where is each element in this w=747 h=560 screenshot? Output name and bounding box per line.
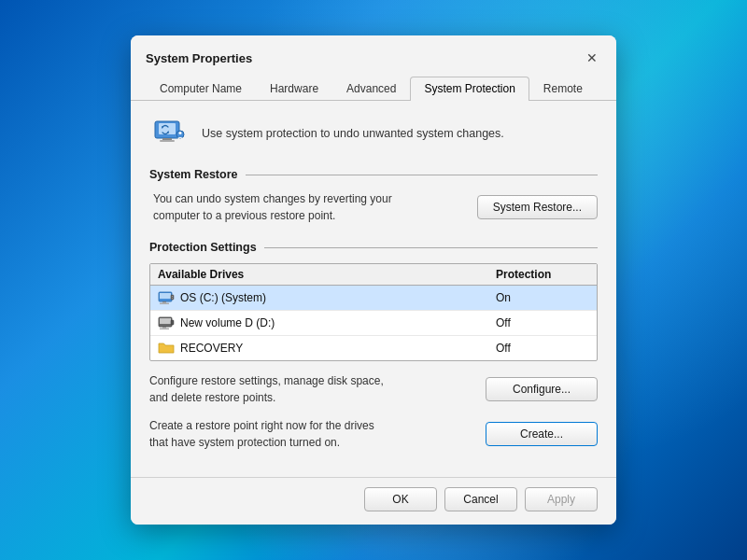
system-protection-icon [149,114,190,155]
svg-rect-18 [160,329,169,330]
create-row: Create a restore point right now for the… [149,417,598,451]
drive-protection-new-volume-d: Off [496,316,589,329]
system-properties-dialog: System Properties ✕ Computer Name Hardwa… [131,35,616,525]
title-bar: System Properties ✕ [131,35,616,71]
svg-rect-12 [171,295,174,300]
header-section: Use system protection to undo unwanted s… [149,114,598,155]
drive-name-os-c: OS (C:) (System) [158,289,496,306]
configure-description: Configure restore settings, manage disk … [149,372,392,406]
close-button[interactable]: ✕ [579,45,605,71]
svg-point-14 [172,298,173,299]
system-restore-button[interactable]: System Restore... [477,195,598,219]
svg-rect-10 [162,301,166,303]
volume-d-icon [158,315,175,331]
drive-row-os-c[interactable]: OS (C:) (System) On [150,286,597,311]
os-drive-icon [158,289,175,306]
protection-settings-header: Protection Settings [149,241,598,254]
svg-rect-9 [160,293,171,299]
cancel-button[interactable]: Cancel [444,487,517,511]
svg-point-13 [172,296,173,297]
svg-rect-2 [162,138,172,140]
system-restore-header: System Restore [149,168,598,181]
svg-rect-17 [162,327,166,329]
tab-advanced[interactable]: Advanced [332,77,410,101]
system-restore-section: You can undo system changes by reverting… [149,190,598,224]
drive-name-recovery: RECOVERY [158,340,496,357]
drives-table-header: Available Drives Protection [150,264,597,286]
svg-rect-3 [160,140,175,142]
bottom-button-bar: OK Cancel Apply [131,477,616,525]
configure-button[interactable]: Configure... [486,377,598,401]
drive-row-recovery[interactable]: RECOVERY Off [150,336,597,360]
section-divider [246,175,599,175]
configure-row: Configure restore settings, manage disk … [149,372,598,406]
header-description: Use system protection to undo unwanted s… [202,126,504,143]
drive-protection-recovery: Off [496,342,589,355]
svg-rect-11 [160,303,169,305]
tab-remote[interactable]: Remote [529,77,597,101]
col-available-drives: Available Drives [158,268,496,281]
recovery-folder-icon [158,340,175,357]
svg-rect-16 [160,318,171,324]
tab-system-protection[interactable]: System Protection [410,77,529,101]
dialog-title: System Properties [146,51,252,65]
protection-settings-section: Protection Settings Available Drives Pro… [149,241,598,451]
system-restore-description: You can undo system changes by reverting… [153,190,396,224]
drives-table: Available Drives Protection [149,263,598,361]
create-description: Create a restore point right now for the… [149,417,392,451]
tab-content: Use system protection to undo unwanted s… [131,101,616,477]
tab-computer-name[interactable]: Computer Name [146,77,256,101]
svg-point-7 [179,132,182,134]
protection-section-divider [264,247,598,248]
col-protection: Protection [496,268,589,281]
drive-row-new-volume-d[interactable]: New volume D (D:) Off [150,311,597,336]
protection-settings-label: Protection Settings [149,241,257,254]
ok-button[interactable]: OK [364,487,437,511]
drive-name-new-volume-d: New volume D (D:) [158,315,496,331]
tab-hardware[interactable]: Hardware [256,77,332,101]
system-restore-label: System Restore [149,168,238,181]
create-button[interactable]: Create... [486,422,598,446]
tab-bar: Computer Name Hardware Advanced System P… [131,71,616,101]
apply-button[interactable]: Apply [525,487,598,511]
drive-protection-os-c: On [496,291,589,304]
svg-rect-19 [171,320,174,325]
